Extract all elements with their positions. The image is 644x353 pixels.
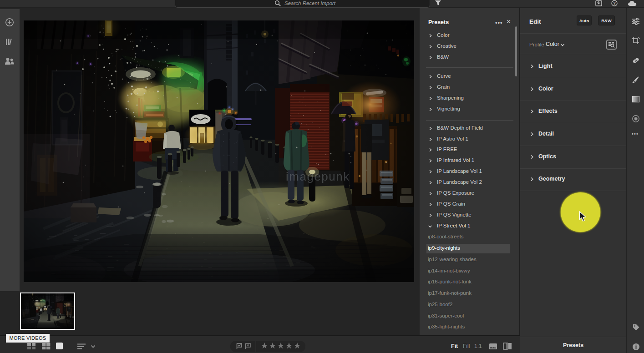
svg-text:?: ? [613, 1, 615, 5]
